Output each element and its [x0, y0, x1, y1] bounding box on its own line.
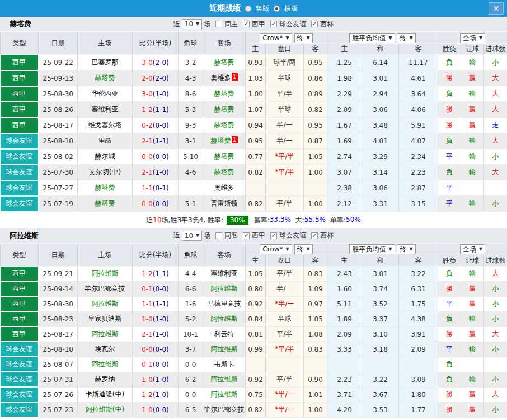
- date-cell: 25-08-02: [39, 149, 78, 165]
- result-handicap-cell: [461, 180, 484, 196]
- result-mark: 平: [446, 345, 453, 353]
- score-cell: 1-2(1-1): [133, 266, 179, 281]
- odds-home-cell: [246, 180, 266, 196]
- friendly-checkbox[interactable]: [270, 232, 277, 239]
- team-name: 塞维利亚: [211, 269, 238, 277]
- avg-away-cell: 5.91: [399, 118, 438, 133]
- match-type-cell: 西甲: [1, 266, 39, 281]
- match-row: 西甲25-08-23皇家贝迪斯1-0(1-0)5-2阿拉维斯0.84半球1.05…: [1, 311, 507, 326]
- score-cell: 2-1(1-0): [133, 326, 179, 342]
- result-mark: 勝: [446, 105, 453, 113]
- avg-final-select[interactable]: 终▼: [397, 244, 415, 254]
- corner-cell: 1-6: [179, 296, 203, 311]
- away-team-cell: 奥维多: [203, 180, 246, 196]
- odds-home-cell: 0.80: [246, 281, 266, 296]
- score-cell: 3-0(1-0): [133, 86, 179, 102]
- team-name: 阿拉维斯: [92, 269, 119, 277]
- avg-home-cell: 3.33: [327, 342, 362, 357]
- corner-cell: 3-7: [179, 342, 203, 357]
- result-wdl-cell: 負: [438, 357, 461, 372]
- date-cell: 25-08-26: [39, 102, 78, 118]
- same-venue-checkbox[interactable]: [215, 21, 222, 27]
- match-row: 球会友谊25-07-31赫罗纳1-0(1-0)6-2阿拉维斯0.92平/半0.9…: [1, 372, 507, 387]
- league-checkbox[interactable]: [243, 21, 250, 27]
- chevron-down-icon: ▼: [388, 245, 392, 254]
- date-cell: 25-07-27: [39, 180, 78, 196]
- same-venue-label: 同主: [224, 20, 238, 29]
- corner-cell: 4-3: [179, 71, 203, 86]
- cup-checkbox[interactable]: [311, 232, 318, 239]
- friendly-checkbox[interactable]: [270, 21, 277, 27]
- col-type: 类型: [1, 32, 39, 55]
- away-team-cell: 韦斯卡: [203, 357, 246, 372]
- avg-draw-cell: [362, 357, 399, 372]
- odds-final-select[interactable]: 终▼: [294, 244, 313, 254]
- chevron-down-icon: ▼: [286, 245, 289, 254]
- result-handicap-cell: 贏: [461, 402, 484, 417]
- odds-home-cell: 0.82: [246, 196, 266, 212]
- radio-horizontal-layout[interactable]: [274, 6, 280, 12]
- subcol-avg-home: 主: [327, 255, 362, 266]
- chevron-down-icon: ▼: [409, 245, 412, 254]
- home-team-cell: 埃瓦尔: [78, 342, 133, 357]
- radio-vertical-label[interactable]: 竖版: [256, 4, 269, 13]
- result-mark: 走: [492, 121, 499, 129]
- result-mark: 平: [446, 300, 453, 307]
- odds-company-select[interactable]: Crow*▼: [260, 244, 292, 254]
- date-cell: 25-07-23: [39, 402, 78, 417]
- date-cell: 25-09-14: [39, 281, 78, 296]
- summary-count: 10: [153, 216, 161, 224]
- score-cell: 0-1(0-0): [133, 357, 179, 372]
- result-goals-cell: 小: [484, 296, 507, 311]
- subcol-avg-draw: 和: [362, 44, 399, 55]
- result-mark: 小: [492, 199, 499, 207]
- radio-horizontal-label[interactable]: 横版: [284, 4, 298, 13]
- odds-away-cell: 0.86: [304, 71, 327, 86]
- close-icon[interactable]: ✕: [489, 2, 504, 15]
- result-handicap-cell: 輸: [461, 133, 484, 149]
- home-team-cell: 阿拉维斯: [78, 296, 133, 311]
- match-count-select[interactable]: 10▼: [182, 19, 202, 29]
- result-mark: 小: [492, 375, 499, 383]
- odds-final-select[interactable]: 终▼: [294, 33, 313, 43]
- home-team-cell: 阿拉维斯: [78, 326, 133, 342]
- result-mark: 輸: [469, 152, 476, 160]
- result-wdl-cell: 負: [438, 311, 461, 326]
- away-team-cell: 普雷斯顿: [203, 196, 246, 212]
- away-team-cell: 赫塔费: [203, 55, 246, 71]
- scope-select[interactable]: 全场▼: [460, 33, 485, 43]
- result-mark: 勝: [446, 405, 453, 413]
- result-mark: 贏: [469, 121, 476, 129]
- score-cell: 1-2(1-0): [133, 387, 179, 402]
- date-cell: 25-08-23: [39, 311, 78, 326]
- away-team-cell: 马德里竞技: [203, 296, 246, 311]
- col-away: 客场: [203, 244, 246, 266]
- handicap-cell: *平/半: [266, 342, 304, 357]
- radio-vertical-layout[interactable]: [245, 6, 251, 12]
- same-venue-checkbox[interactable]: [215, 232, 222, 239]
- team-name: 维戈塞尔塔: [88, 121, 122, 129]
- away-team-cell: 阿拉维斯: [203, 387, 246, 402]
- match-row: 西甲25-08-17维戈塞尔塔0-2(0-0)9-3赫塔费0.94半/一0.95…: [1, 118, 507, 133]
- result-wdl-cell: 平: [438, 196, 461, 212]
- result-handicap-cell: 輸: [461, 372, 484, 387]
- match-count-select[interactable]: 10▼: [182, 231, 202, 241]
- result-handicap-cell: 輸: [461, 196, 484, 212]
- result-mark: 贏: [469, 390, 476, 398]
- away-team-cell: 利云特: [203, 326, 246, 342]
- avg-final-select[interactable]: 终▼: [397, 33, 415, 43]
- win-rate-badge: 30%: [227, 216, 248, 225]
- cup-checkbox[interactable]: [311, 21, 318, 27]
- home-team-cell: 皇家贝迪斯: [78, 311, 133, 326]
- avg-select[interactable]: 胜平负均值▼: [349, 244, 395, 254]
- scope-select[interactable]: 全场▼: [460, 244, 485, 254]
- odds-company-select[interactable]: Crow*▼: [260, 33, 292, 43]
- avg-select[interactable]: 胜平负均值▼: [349, 33, 395, 43]
- subcol-goals-result: 进球数: [484, 255, 507, 266]
- away-team-cell: 赫塔费1: [203, 133, 246, 149]
- handicap-cell: 半球: [266, 71, 304, 86]
- league-checkbox[interactable]: [243, 232, 250, 239]
- avg-home-cell: 1.67: [327, 118, 362, 133]
- match-row: 西甲25-09-21阿拉维斯1-2(1-1)4-4塞维利亚1.05平/半0.83…: [1, 266, 507, 281]
- avg-draw-cell: 3.01: [362, 71, 399, 86]
